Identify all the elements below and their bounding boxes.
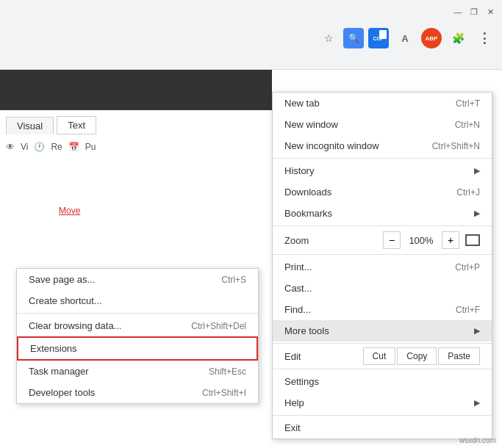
submenu-clear-browsing[interactable]: Clear browsing data... Ctrl+Shift+Del: [17, 315, 258, 336]
zoom-in-button[interactable]: +: [442, 231, 459, 249]
view-label: Vi: [21, 142, 28, 152]
menu-new-incognito[interactable]: New incognito window Ctrl+Shift+N: [273, 135, 492, 156]
zoom-row: Zoom − 100% +: [273, 228, 492, 253]
eye-icon: 👁: [6, 142, 15, 152]
submenu-create-shortcut[interactable]: Create shortcut...: [17, 290, 258, 311]
main-content: Visual Text 👁 Vi 🕐 Re 📅 Pu Move APUALS N…: [0, 70, 502, 448]
menu-new-window[interactable]: New window Ctrl+N: [273, 114, 492, 135]
wsxdn-watermark: wsxdn.com: [459, 436, 496, 444]
restore-button[interactable]: ❐: [468, 6, 480, 18]
menu-more-tools[interactable]: More tools ▶: [273, 320, 492, 342]
content-action-row: 👁 Vi 🕐 Re 📅 Pu: [0, 134, 272, 159]
dark-header-bar: [0, 70, 272, 110]
submenu-developer-tools[interactable]: Developer tools Ctrl+Shift+I: [17, 382, 258, 403]
copy-extension-icon[interactable]: COP: [367, 26, 390, 50]
menu-exit[interactable]: Exit: [273, 417, 492, 438]
abp-extension-icon[interactable]: ABP: [420, 26, 443, 50]
chrome-menu-icon[interactable]: ⋮: [473, 26, 496, 50]
submenu-separator-1: [17, 313, 258, 314]
separator-3: [273, 254, 492, 255]
menu-bookmarks[interactable]: Bookmarks ▶: [273, 203, 492, 224]
acrobat-icon[interactable]: A: [393, 26, 417, 50]
text-tab[interactable]: Text: [57, 116, 96, 134]
menu-help[interactable]: Help ▶: [273, 392, 492, 413]
separator-6: [273, 415, 492, 416]
content-tabs: Visual Text: [0, 110, 272, 134]
separator-5: [273, 369, 492, 369]
paste-button[interactable]: Paste: [438, 347, 480, 365]
separator-1: [273, 158, 492, 159]
submenu-save-page[interactable]: Save page as... Ctrl+S: [17, 269, 258, 290]
menu-settings[interactable]: Settings: [273, 371, 492, 392]
minimize-button[interactable]: —: [452, 6, 464, 18]
browser-chrome: — ❐ ✕ ☆ 🔍 COP A ABP 🧩 ⋮: [0, 0, 502, 70]
re-label: Re: [51, 142, 62, 152]
menu-print[interactable]: Print... Ctrl+P: [273, 256, 492, 278]
history-icon: 🕐: [34, 142, 45, 152]
menu-downloads[interactable]: Downloads Ctrl+J: [273, 181, 492, 203]
zoom-value: 100%: [406, 235, 436, 246]
calendar-icon: 📅: [68, 142, 79, 152]
browser-toolbar: ☆ 🔍 COP A ABP 🧩 ⋮: [0, 24, 502, 53]
menu-history[interactable]: History ▶: [273, 160, 492, 181]
submenu-extensions[interactable]: Extensions: [17, 336, 258, 361]
zoom-out-button[interactable]: −: [383, 231, 401, 249]
menu-new-tab[interactable]: New tab Ctrl+T: [273, 93, 492, 114]
move-link[interactable]: Move: [59, 206, 80, 216]
cut-button[interactable]: Cut: [363, 347, 396, 365]
copy-button[interactable]: Copy: [397, 347, 437, 365]
search-extension-icon[interactable]: 🔍: [343, 28, 364, 48]
title-bar: — ❐ ✕: [0, 0, 502, 24]
extensions-puzzle-icon[interactable]: 🧩: [446, 26, 470, 50]
edit-row: Edit Cut Copy Paste: [273, 345, 492, 367]
visual-tab[interactable]: Visual: [6, 117, 54, 134]
main-context-menu: New tab Ctrl+T New window Ctrl+N New inc…: [272, 92, 492, 439]
separator-2: [273, 225, 492, 226]
pu-label: Pu: [85, 142, 96, 152]
menu-find[interactable]: Find... Ctrl+F: [273, 299, 492, 320]
fullscreen-button[interactable]: [465, 234, 480, 246]
bookmark-icon[interactable]: ☆: [317, 26, 340, 50]
separator-4: [273, 343, 492, 344]
close-button[interactable]: ✕: [484, 6, 496, 18]
more-tools-submenu: Save page as... Ctrl+S Create shortcut..…: [16, 268, 259, 404]
submenu-task-manager[interactable]: Task manager Shift+Esc: [17, 361, 258, 382]
menu-cast[interactable]: Cast...: [273, 278, 492, 299]
